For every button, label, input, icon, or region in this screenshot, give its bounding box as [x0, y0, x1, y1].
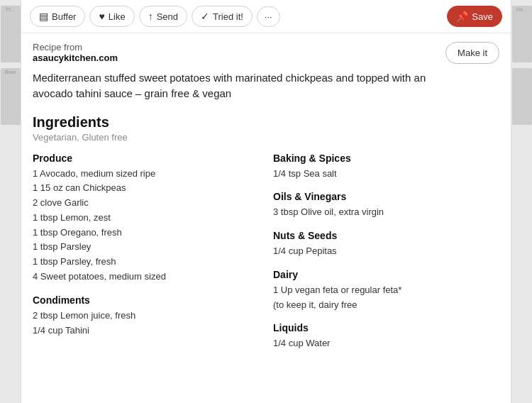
save-button[interactable]: 📌 Save — [447, 6, 502, 27]
column-left: Produce 1 Avocado, medium sized ripe 1 1… — [33, 153, 259, 362]
source-row: Recipe from asaucykitchen.com Mediterran… — [33, 42, 499, 101]
like-label: Like — [109, 11, 126, 22]
list-item: 1 tbsp Parsley, fresh — [33, 255, 259, 270]
list-item: 2 clove Garlic — [33, 196, 259, 211]
category-dairy-title: Dairy — [273, 269, 499, 280]
category-liquids: Liquids 1/4 cup Water — [273, 322, 499, 351]
make-it-button[interactable]: Make it — [445, 42, 499, 64]
ingredients-title: Ingredients — [33, 114, 499, 131]
category-produce: Produce 1 Avocado, medium sized ripe 1 1… — [33, 153, 259, 285]
category-produce-title: Produce — [33, 153, 259, 164]
category-oils: Oils & Vinegars 3 tbsp Olive oil, extra … — [273, 191, 499, 220]
toolbar: ▤ Buffer ♥ Like ↑ Send ✓ Tried it! ··· 📌… — [21, 0, 511, 33]
buffer-label: Buffer — [52, 11, 76, 22]
list-item: 1/4 cup Pepitas — [273, 244, 499, 259]
left-side-panel: Pr... Bowl — [0, 0, 21, 403]
list-item: 1 Avocado, medium sized ripe — [33, 167, 259, 182]
right-thumb-1[interactable]: He... — [512, 6, 532, 62]
list-item: 1 15 oz can Chickpeas — [33, 181, 259, 196]
list-item: 4 Sweet potatoes, medium sized — [33, 270, 259, 285]
save-icon: 📌 — [456, 11, 468, 22]
list-item: 1 tbsp Oregano, fresh — [33, 226, 259, 241]
list-item: 2 tbsp Lemon juice, fresh — [33, 309, 259, 324]
source-site[interactable]: asaucykitchen.com — [33, 53, 118, 63]
category-nuts-title: Nuts & Seeds — [273, 230, 499, 241]
main-content: ▤ Buffer ♥ Like ↑ Send ✓ Tried it! ··· 📌… — [21, 0, 511, 403]
send-icon: ↑ — [148, 11, 153, 22]
body-area: Recipe from asaucykitchen.com Mediterran… — [21, 33, 511, 403]
list-item: (to keep it, dairy free — [273, 298, 499, 313]
buffer-button[interactable]: ▤ Buffer — [30, 6, 85, 27]
right-side-panel: He... — [511, 0, 532, 403]
ingredients-grid: Produce 1 Avocado, medium sized ripe 1 1… — [33, 153, 499, 362]
category-liquids-title: Liquids — [273, 322, 499, 333]
left-thumb-2[interactable]: Bowl — [1, 68, 21, 125]
dots-label: ··· — [265, 11, 272, 22]
category-baking-title: Baking & Spices — [273, 153, 499, 164]
like-icon: ♥ — [99, 11, 104, 22]
ingredients-tags: Vegetarian, Gluten free — [33, 132, 499, 143]
category-oils-title: Oils & Vinegars — [273, 191, 499, 202]
source-prefix: Recipe from — [33, 42, 82, 53]
list-item: 1 tbsp Lemon, zest — [33, 211, 259, 226]
recipe-source: Recipe from asaucykitchen.com — [33, 42, 445, 63]
more-button[interactable]: ··· — [257, 6, 280, 27]
tried-label: Tried it! — [213, 11, 243, 22]
tried-icon: ✓ — [201, 11, 209, 22]
left-thumb-1[interactable]: Pr... — [1, 6, 21, 62]
category-dairy: Dairy 1 Up vegan feta or regular feta* (… — [273, 269, 499, 313]
list-item: 1/4 cup Water — [273, 336, 499, 351]
send-label: Send — [157, 11, 178, 22]
right-thumb-2[interactable] — [512, 68, 532, 125]
ingredients-section: Ingredients Vegetarian, Gluten free Prod… — [33, 114, 499, 362]
list-item: 1/4 tsp Sea salt — [273, 167, 499, 182]
category-nuts: Nuts & Seeds 1/4 cup Pepitas — [273, 230, 499, 259]
save-label: Save — [472, 11, 493, 22]
list-item: 1/4 cup Tahini — [33, 324, 259, 338]
recipe-description: Mediterranean stuffed sweet potatoes wit… — [33, 70, 437, 101]
like-button[interactable]: ♥ Like — [89, 6, 134, 27]
source-block: Recipe from asaucykitchen.com Mediterran… — [33, 42, 445, 101]
category-condiments: Condiments 2 tbsp Lemon juice, fresh 1/4… — [33, 294, 259, 338]
send-button[interactable]: ↑ Send — [139, 6, 187, 27]
column-right: Baking & Spices 1/4 tsp Sea salt Oils & … — [273, 153, 499, 362]
list-item: 1 tbsp Parsley — [33, 240, 259, 255]
tried-button[interactable]: ✓ Tried it! — [192, 6, 253, 27]
list-item: 3 tbsp Olive oil, extra virgin — [273, 205, 499, 220]
list-item: 1 Up vegan feta or regular feta* — [273, 283, 499, 298]
category-baking: Baking & Spices 1/4 tsp Sea salt — [273, 153, 499, 182]
category-condiments-title: Condiments — [33, 294, 259, 306]
buffer-icon: ▤ — [39, 11, 48, 22]
